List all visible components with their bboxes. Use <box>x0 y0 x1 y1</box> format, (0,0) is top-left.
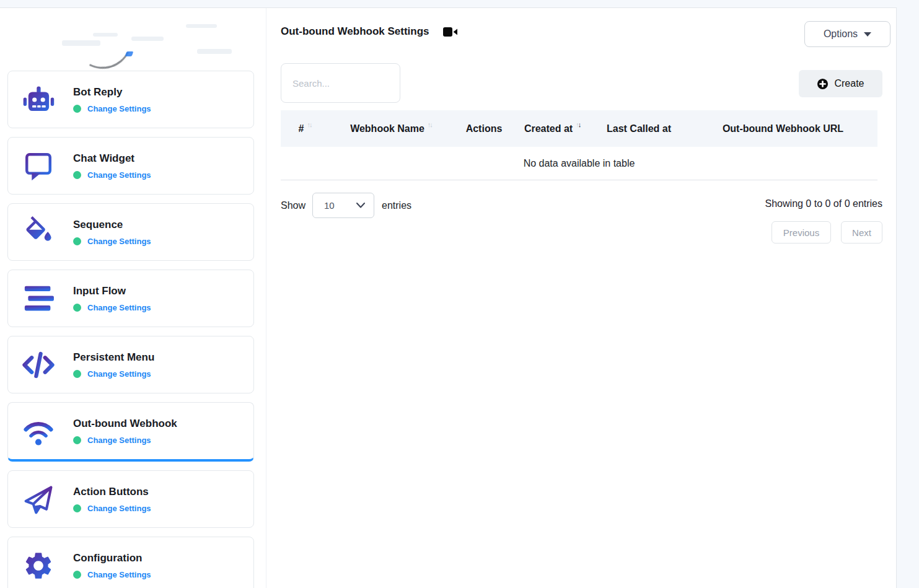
options-button-label: Options <box>824 29 858 40</box>
status-dot <box>73 370 81 378</box>
show-label: Show <box>281 200 306 211</box>
next-page-button[interactable]: Next <box>841 221 882 244</box>
status-dot <box>73 304 81 312</box>
plus-circle-icon <box>817 78 829 90</box>
change-settings-link[interactable]: Change Settings <box>87 436 151 445</box>
code-icon <box>22 348 55 382</box>
sidebar-item-label: Input Flow <box>73 285 151 297</box>
sidebar-item-outbound-webhook[interactable]: Out-bound Webhook Change Settings <box>7 402 254 462</box>
status-dot <box>73 504 81 512</box>
sort-icon-desc-active: ↑↓ <box>576 121 580 128</box>
sidebar-item-label: Chat Widget <box>73 152 151 165</box>
column-header-index[interactable]: # ↑↓ <box>281 123 329 134</box>
sidebar-item-label: Out-bound Webhook <box>73 418 177 430</box>
gear-icon <box>22 549 55 582</box>
sidebar-item-label: Action Buttons <box>73 486 151 498</box>
column-header-webhook-name[interactable]: Webhook Name ↑↓ <box>329 123 453 134</box>
status-dot <box>73 571 81 579</box>
search-input[interactable] <box>281 63 400 103</box>
chevron-down-icon <box>356 203 365 208</box>
sidebar-item-label: Sequence <box>73 219 151 231</box>
app-logo <box>0 8 266 71</box>
sidebar-item-input-flow[interactable]: Input Flow Change Settings <box>7 270 254 327</box>
sidebar-item-action-buttons[interactable]: Action Buttons Change Settings <box>7 470 254 528</box>
change-settings-link[interactable]: Change Settings <box>87 237 151 246</box>
column-header-last-called-at[interactable]: Last Called at <box>589 123 688 134</box>
create-button-label: Create <box>834 78 864 89</box>
pagination: Previous Next <box>772 221 882 244</box>
sidebar-item-chat-widget[interactable]: Chat Widget Change Settings <box>7 137 254 195</box>
sidebar: Bot Reply Change Settings Chat Widget <box>0 8 266 588</box>
sidebar-item-label: Configuration <box>73 552 151 564</box>
column-header-created-at[interactable]: Created at ↑↓ <box>515 123 589 134</box>
change-settings-link[interactable]: Change Settings <box>87 504 151 513</box>
column-header-actions[interactable]: Actions <box>453 123 515 134</box>
create-button[interactable]: Create <box>799 70 882 97</box>
list-bars-icon <box>22 282 55 315</box>
sidebar-item-persistent-menu[interactable]: Persistent Menu Change Settings <box>7 336 254 393</box>
options-button[interactable]: Options <box>804 21 890 47</box>
page-title: Out-bound Webhook Settings <box>281 25 429 38</box>
wifi-icon <box>22 415 55 448</box>
caret-down-icon <box>864 32 871 37</box>
change-settings-link[interactable]: Change Settings <box>87 303 151 312</box>
change-settings-link[interactable]: Change Settings <box>87 104 151 113</box>
sort-icon: ↑↓ <box>307 121 311 128</box>
status-dot <box>73 436 81 444</box>
change-settings-link[interactable]: Change Settings <box>87 369 151 379</box>
status-dot <box>73 171 81 179</box>
change-settings-link[interactable]: Change Settings <box>87 170 151 180</box>
app-window: Bot Reply Change Settings Chat Widget <box>0 7 897 588</box>
paint-bucket-icon <box>22 216 55 249</box>
chat-bubble-icon <box>22 149 55 183</box>
sidebar-item-sequence[interactable]: Sequence Change Settings <box>7 203 254 261</box>
webhooks-table: # ↑↓ Webhook Name ↑↓ Actions Created at … <box>281 110 877 180</box>
sidebar-item-label: Persistent Menu <box>73 351 154 364</box>
entries-label: entries <box>382 200 411 211</box>
paper-plane-icon <box>22 483 55 516</box>
column-header-webhook-url[interactable]: Out-bound Webhook URL <box>688 123 877 134</box>
sort-icon: ↑↓ <box>428 121 432 128</box>
status-dot <box>73 105 81 113</box>
video-camera-icon[interactable] <box>443 27 458 37</box>
entries-summary: Showing 0 to 0 of 0 entries <box>765 198 882 209</box>
sidebar-item-configuration[interactable]: Configuration Change Settings <box>7 537 254 588</box>
logo-arc <box>66 8 140 76</box>
sidebar-item-bot-reply[interactable]: Bot Reply Change Settings <box>7 71 254 128</box>
logo-accent <box>125 51 134 56</box>
change-settings-link[interactable]: Change Settings <box>87 570 151 579</box>
page-size-select[interactable]: 10 <box>312 193 374 218</box>
table-header-row: # ↑↓ Webhook Name ↑↓ Actions Created at … <box>281 110 877 147</box>
previous-page-button[interactable]: Previous <box>772 221 831 244</box>
robot-icon <box>22 83 55 116</box>
page-size-value: 10 <box>324 200 335 211</box>
table-empty-message: No data available in table <box>281 147 877 180</box>
main-panel: Out-bound Webhook Settings Options Creat… <box>267 8 896 588</box>
status-dot <box>73 237 81 245</box>
sidebar-item-label: Bot Reply <box>73 86 151 99</box>
